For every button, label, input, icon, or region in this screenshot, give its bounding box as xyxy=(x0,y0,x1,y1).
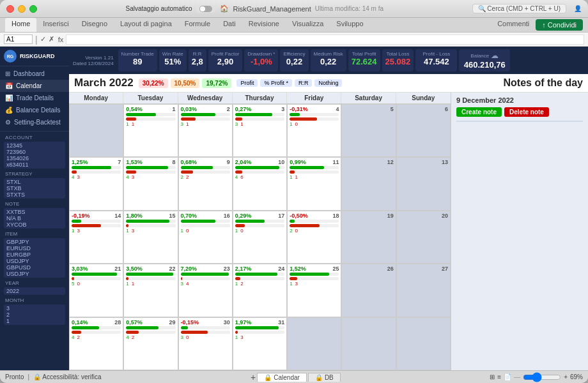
cal-cell[interactable]: 0,70%1016 xyxy=(178,211,233,264)
list-view-button[interactable]: ≡ xyxy=(497,373,501,380)
grid-view-button[interactable]: ⊞ xyxy=(490,373,495,380)
filter-nothing[interactable]: Nothing xyxy=(314,79,342,87)
cal-cell[interactable]: 13 xyxy=(396,157,451,210)
add-sheet-button[interactable]: + xyxy=(251,372,256,382)
cal-cell[interactable]: 12 xyxy=(341,157,396,210)
item-filter[interactable]: GBPJPY EURUSD EURGBP USDJPY GBPUSD USDJP… xyxy=(4,238,65,278)
sidebar-item-dashboard[interactable]: ⊞ Dashboard xyxy=(0,68,69,80)
tab-disegno[interactable]: Disegno xyxy=(75,18,114,32)
calendar-grid-wrapper: Monday Tuesday Wednesday Thursday Friday… xyxy=(69,93,451,370)
maximize-button[interactable] xyxy=(29,5,37,13)
cal-cell[interactable]: 26 xyxy=(341,264,396,317)
cal-cell[interactable]: -0,31%104 xyxy=(287,104,341,157)
cell-percentage: 1,53% xyxy=(126,159,175,165)
function-button[interactable]: ✓ xyxy=(40,35,46,43)
cal-cell[interactable]: 7,20%3423 xyxy=(178,264,233,317)
strategy-filter[interactable]: STXL STXB STXTS xyxy=(4,178,65,199)
main-area: RG RISKGUARD ⊞ Dashboard 📅 Calendar 📊 Tr… xyxy=(0,47,588,370)
cell-day-number: 17 xyxy=(278,213,284,219)
page-view-button[interactable]: 📄 xyxy=(504,373,511,380)
cal-cell[interactable]: 6 xyxy=(396,104,451,157)
cell-counts: 31 xyxy=(235,121,284,127)
minimize-button[interactable] xyxy=(18,5,26,13)
red-bar xyxy=(290,170,295,174)
tab-visualizza[interactable]: Visualizza xyxy=(286,18,330,32)
cal-cell[interactable]: 1,80%1315 xyxy=(123,211,178,264)
tab-formule[interactable]: Formule xyxy=(178,18,217,32)
bar-container xyxy=(290,113,339,116)
create-note-button[interactable]: Create note xyxy=(456,107,502,117)
cal-cell[interactable]: 3,03%5021 xyxy=(69,264,123,317)
filter-rr[interactable]: R:R xyxy=(295,79,313,87)
cal-cell[interactable]: -0,15%3030 xyxy=(178,317,233,370)
cal-cell[interactable]: 1,97%1331 xyxy=(233,317,287,370)
month-filter[interactable]: 3 2 1 xyxy=(4,304,65,325)
settings-icon: ⚙ xyxy=(5,119,11,126)
cal-cell[interactable]: 1,52%1325 xyxy=(287,264,341,317)
cal-cell[interactable] xyxy=(396,317,451,370)
filter-pct-profit[interactable]: % Profit * xyxy=(260,79,292,87)
year-filter[interactable]: 2022 xyxy=(4,287,65,295)
calendar-grid: 0,54%1110,03%3120,27%313-0,31%104561,25%… xyxy=(69,104,451,370)
profile-icon[interactable]: 👤 xyxy=(574,5,582,12)
note-filter[interactable]: XXTBS N/A B XYCOB xyxy=(4,208,65,229)
cancel-formula-button[interactable]: ✗ xyxy=(49,35,54,43)
bar-container xyxy=(126,224,175,227)
cal-cell[interactable]: 20 xyxy=(396,211,451,264)
sidebar-item-calendar[interactable]: 📅 Calendar xyxy=(0,80,69,92)
bar-container xyxy=(181,220,230,223)
bar-container xyxy=(181,170,230,174)
tab-home[interactable]: Home xyxy=(5,18,36,32)
stat-balance: Balance ☁ 460.210,76 xyxy=(459,49,510,71)
cal-cell[interactable]: 2,04%4610 xyxy=(233,157,287,210)
cal-cell[interactable] xyxy=(341,317,396,370)
sidebar-item-balance[interactable]: 💰 Balance Details xyxy=(0,104,69,116)
sheet-tab-db[interactable]: 🔒 DB xyxy=(308,373,341,382)
badge-red: 30,22% xyxy=(139,79,168,88)
share-button[interactable]: ↑ Condividi xyxy=(536,19,583,31)
filter-profit[interactable]: Profit xyxy=(236,79,258,87)
delete-note-button[interactable]: Delete note xyxy=(504,107,549,117)
cal-cell[interactable]: -0,50%2018 xyxy=(287,211,341,264)
bar-container xyxy=(181,273,230,276)
cal-cell[interactable]: -0,19%1314 xyxy=(69,211,123,264)
cal-cell[interactable]: 2,17%1224 xyxy=(233,264,287,317)
zoom-slider[interactable] xyxy=(523,375,561,380)
sheet-tab-calendar[interactable]: 🔒 Calendar xyxy=(257,373,307,382)
tab-revisione[interactable]: Revisione xyxy=(242,18,286,32)
formula-input[interactable] xyxy=(66,34,584,45)
comments-button[interactable]: Commenti xyxy=(491,18,536,32)
tab-sviluppo[interactable]: Sviluppo xyxy=(330,18,369,32)
cal-cell[interactable]: 1,25%437 xyxy=(69,157,123,210)
cell-reference[interactable] xyxy=(4,34,33,44)
cal-cell[interactable]: 0,14%4228 xyxy=(69,317,123,370)
bar-container xyxy=(72,170,121,174)
cal-cell[interactable]: 5 xyxy=(341,104,396,157)
sidebar-item-settings[interactable]: ⚙ Setting-Backtest xyxy=(0,116,69,128)
close-button[interactable] xyxy=(6,5,14,13)
cal-cell[interactable]: 27 xyxy=(396,264,451,317)
cal-cell[interactable]: 0,29%1017 xyxy=(233,211,287,264)
tab-inserisci[interactable]: Inserisci xyxy=(36,18,75,32)
cell-day-number: 2 xyxy=(227,106,230,112)
autosave-toggle[interactable] xyxy=(196,5,216,13)
bar-container xyxy=(126,220,175,223)
cal-cell[interactable]: 0,54%111 xyxy=(123,104,178,157)
cal-cell[interactable]: 0,57%4229 xyxy=(123,317,178,370)
cal-cell[interactable]: 19 xyxy=(341,211,396,264)
sidebar-item-trade-details[interactable]: 📊 Trade Details xyxy=(0,92,69,104)
tab-layout[interactable]: Layout di pagina xyxy=(114,18,178,32)
cell-percentage: 0,70% xyxy=(181,213,230,219)
cal-cell[interactable] xyxy=(287,317,341,370)
cal-cell[interactable]: 0,03%312 xyxy=(178,104,233,157)
red-bar xyxy=(290,277,297,280)
cal-cell[interactable] xyxy=(69,104,123,157)
account-filter[interactable]: 12345 723960 1354026 x634011 xyxy=(4,142,65,169)
search-bar[interactable]: 🔍 Cerca (CMD + CTRL + U) xyxy=(472,4,566,13)
cal-cell[interactable]: 0,27%313 xyxy=(233,104,287,157)
cal-cell[interactable]: 1,53%438 xyxy=(123,157,178,210)
cal-cell[interactable]: 0,68%229 xyxy=(178,157,233,210)
cal-cell[interactable]: 0,99%1111 xyxy=(287,157,341,210)
cal-cell[interactable]: 3,50%1122 xyxy=(123,264,178,317)
tab-dati[interactable]: Dati xyxy=(217,18,242,32)
